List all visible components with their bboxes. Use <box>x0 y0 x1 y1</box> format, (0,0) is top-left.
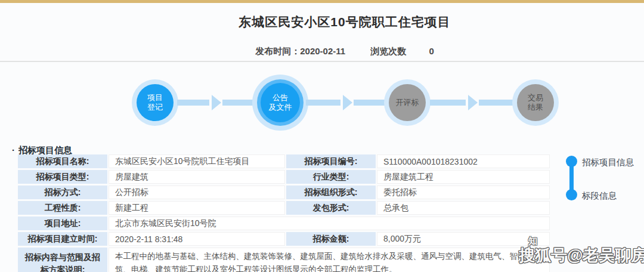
field-value-project-nature: 新建工程 <box>109 201 285 215</box>
field-label-tender-amount: 招标金额: <box>286 232 376 246</box>
watermark-text: 搜狐号@老吴聊房 <box>519 245 644 266</box>
flow-connector <box>354 100 385 106</box>
flow-step-bid-evaluation: 开评标 <box>389 84 426 121</box>
flow-connector <box>306 100 340 106</box>
field-value-project-name: 东城区民安小区10号院职工住宅项目 <box>109 154 285 168</box>
flow-connector <box>479 100 513 106</box>
tender-info-table: 招标项目名称: 东城区民安小区10号院职工住宅项目 招标项目编号: S11000… <box>18 154 550 272</box>
field-label-industry-type: 行业类型: <box>286 170 376 184</box>
field-value-industry-type: 房屋建筑工程 <box>377 170 550 184</box>
field-label-project-nature: 工程性质: <box>18 201 107 215</box>
page-title: 东城区民安小区10号院职工住宅项目 <box>45 14 644 30</box>
flow-step-project-register: 项目 登记 <box>137 84 174 121</box>
field-label-project-name: 招标项目名称: <box>18 154 107 168</box>
field-value-project-address: 北京市东城区民安街10号院 <box>109 217 550 230</box>
field-label-project-code: 招标项目编号: <box>286 154 376 168</box>
timeline-dot-icon <box>566 189 577 200</box>
views-count: 0 <box>429 46 434 56</box>
field-label-project-type: 招标项目类型: <box>18 170 107 184</box>
field-value-organization-form: 委托招标 <box>377 186 550 199</box>
flow-step-announcement: 公告 及文件 <box>261 83 300 122</box>
field-label-contract-form: 发包形式: <box>286 201 376 215</box>
arrow-right-icon <box>212 95 221 110</box>
flow-connector <box>222 100 253 106</box>
field-value-project-type: 房屋建筑 <box>109 170 285 184</box>
timeline-item-tender-info[interactable]: 招标项目信息 <box>582 157 634 168</box>
publish-date: 2020-02-11 <box>300 46 345 56</box>
field-value-project-code: S110000A001018231002 <box>377 154 550 168</box>
field-value-contract-form: 总承包 <box>377 201 550 215</box>
field-value-create-time: 2020-2-11 8:31:48 <box>109 232 285 246</box>
publish-meta: 发布时间：2020-02-11 浏览次数 0 <box>45 46 644 57</box>
field-label-scope-description: 招标内容与范围及招标方案说明: <box>18 248 107 272</box>
timeline-item-section-info[interactable]: 标段信息 <box>582 190 617 202</box>
flow-step-trade-result: 交易 结果 <box>517 84 554 121</box>
timeline-dot-icon <box>566 156 577 167</box>
views-label: 浏览次数 <box>370 46 406 56</box>
publish-time-label: 发布时间： <box>255 46 300 56</box>
field-label-tender-method: 招标方式: <box>18 186 107 199</box>
field-label-organization-form: 招标组织形式: <box>286 186 376 199</box>
field-value-scope-description: 本工程中的地基与基础、主体结构、建筑装饰装修、建筑屋面、建筑给水排水及采暖、通风… <box>109 248 550 272</box>
arrow-right-icon <box>468 95 478 110</box>
flow-connector <box>430 100 466 106</box>
section-title-text: 招标项目信息 <box>18 145 72 155</box>
bullet-icon: · <box>12 145 15 155</box>
tender-detail-page: 东城区民安小区10号院职工住宅项目 发布时间：2020-02-11 浏览次数 0… <box>0 0 644 272</box>
field-label-project-address: 项目地址: <box>18 217 107 230</box>
process-flow: 项目 登记 公告 及文件 开评标 交易 结果 <box>0 62 644 148</box>
field-label-create-time: 招标项目建立时间: <box>18 232 107 246</box>
top-accent-bar <box>0 0 644 3</box>
flow-connector <box>177 100 209 106</box>
arrow-right-icon <box>343 95 352 110</box>
field-value-tender-method: 公开招标 <box>109 186 285 199</box>
field-value-tender-amount: 8,000万元 <box>377 232 550 246</box>
